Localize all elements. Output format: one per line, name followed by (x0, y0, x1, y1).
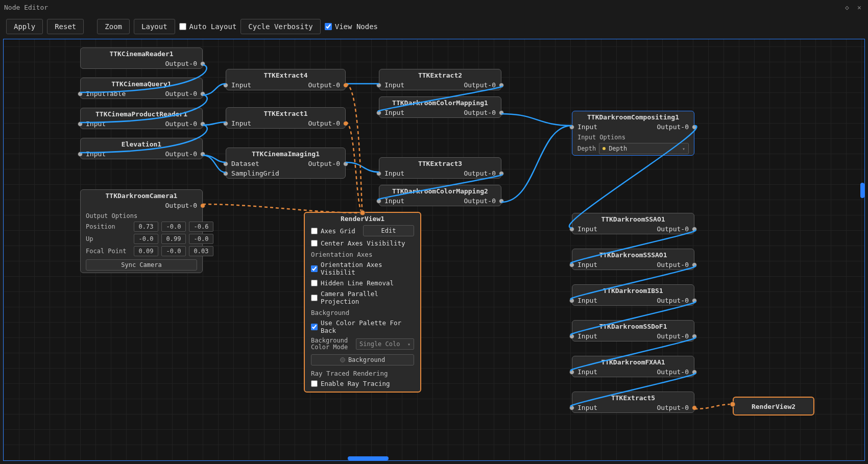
port-out[interactable] (692, 370, 697, 375)
center-axes-toggle[interactable]: Center Axes Visibility (305, 238, 420, 249)
node-extract2[interactable]: TTKExtract2 InputOutput-0 (379, 69, 501, 90)
port-in[interactable] (78, 121, 83, 127)
port-in-dataset[interactable] (223, 161, 228, 166)
camera-focal-y[interactable] (161, 246, 186, 256)
horizontal-scrollbar[interactable] (348, 456, 389, 460)
parallel-proj-toggle[interactable]: Camera Parallel Projection (305, 288, 420, 307)
vertical-scrollbar[interactable] (860, 183, 864, 198)
port-in[interactable] (223, 121, 228, 126)
sync-camera-button[interactable]: Sync Camera (86, 259, 197, 271)
port-in[interactable] (376, 199, 381, 204)
camera-focal-z[interactable] (189, 246, 213, 256)
node-colormap1[interactable]: TTKDarkroomColorMapping1 InputOutput-0 (379, 96, 501, 118)
port-out[interactable] (200, 121, 205, 127)
node-renderview1[interactable]: RenderView1 Axes Grid Edit Center Axes V… (304, 212, 421, 393)
port-in[interactable] (569, 227, 574, 232)
auto-layout-toggle[interactable]: Auto Layout (179, 22, 237, 31)
port-out[interactable] (343, 83, 348, 88)
node-extract4[interactable]: TTKExtract4 InputOutput-0 (226, 69, 346, 90)
detach-icon[interactable]: ◇ (842, 3, 852, 12)
node-sssao[interactable]: TTKDarkroomSSSAO1 InputOutput-0 (572, 249, 694, 270)
node-extract1[interactable]: TTKExtract1 InputOutput-0 (226, 107, 346, 129)
zoom-button[interactable]: Zoom (97, 19, 130, 34)
node-extract5[interactable]: TTKExtract5 InputOutput-0 (572, 392, 694, 413)
port-in-grid[interactable] (223, 171, 228, 176)
canvas[interactable]: TTKCinemaReader1 Output-0 TTKCinemaQuery… (3, 39, 865, 461)
port-in[interactable] (78, 91, 83, 96)
port-in[interactable] (569, 370, 574, 375)
port-out[interactable] (200, 152, 205, 157)
hidden-line-toggle[interactable]: Hidden Line Removal (305, 278, 420, 288)
port-out[interactable] (343, 121, 348, 126)
port-in[interactable] (569, 298, 574, 303)
node-colormap2[interactable]: TTKDarkroomColorMapping2 InputOutput-0 (379, 185, 501, 206)
node-title: TTKDarkroomSSAO1 (572, 213, 694, 224)
node-fxaa[interactable]: TTKDarkroomFXAA1 InputOutput-0 (572, 356, 694, 377)
node-ibs[interactable]: TTKDarkroomIBS1 InputOutput-0 (572, 284, 694, 306)
orientation-axes-toggle[interactable]: Orientation Axes Visibilit (305, 259, 420, 278)
camera-up-x[interactable] (134, 234, 158, 244)
depth-dot-icon (602, 147, 606, 150)
port-out[interactable] (200, 61, 205, 66)
port-out[interactable] (692, 262, 697, 267)
bg-color-mode-select[interactable]: Single Colo▾ (356, 338, 414, 350)
port-out[interactable] (499, 83, 504, 88)
view-nodes-checkbox[interactable] (325, 23, 332, 30)
background-button[interactable]: Background (311, 354, 414, 365)
apply-button[interactable]: Apply (6, 19, 43, 34)
port-out[interactable] (343, 161, 348, 166)
node-ssao[interactable]: TTKDarkroomSSAO1 InputOutput-0 (572, 213, 694, 234)
port-out[interactable] (692, 405, 697, 410)
port-in[interactable] (569, 125, 574, 130)
port-in[interactable] (223, 83, 228, 88)
port-in[interactable] (569, 262, 574, 267)
node-elevation[interactable]: Elevation1 InputOutput-0 (80, 138, 203, 159)
cycle-verbosity-button[interactable]: Cycle Verbosity (240, 19, 320, 34)
camera-focal-x[interactable] (134, 246, 158, 256)
port-in[interactable] (569, 405, 574, 410)
background-swatch (340, 357, 345, 362)
port-out[interactable] (499, 171, 504, 176)
axes-grid-toggle[interactable]: Axes Grid (311, 227, 359, 235)
camera-up-z[interactable] (189, 234, 213, 244)
port-out[interactable] (200, 91, 205, 96)
node-cinemareader[interactable]: TTKCinemaReader1 Output-0 (80, 47, 203, 69)
edit-button[interactable]: Edit (363, 225, 414, 236)
node-darkroom-camera[interactable]: TTKDarkroomCamera1 Output-0 Output Optio… (80, 189, 203, 273)
node-ssdof[interactable]: TTKDarkroomSSDoF1 InputOutput-0 (572, 320, 694, 341)
port-in[interactable] (376, 83, 381, 88)
camera-pos-x[interactable] (134, 222, 158, 232)
chevron-down-icon: ▾ (682, 146, 685, 152)
enable-ray-toggle[interactable]: Enable Ray Tracing (305, 378, 420, 392)
port-out[interactable] (499, 199, 504, 204)
port-out[interactable] (200, 203, 205, 208)
port-out[interactable] (692, 334, 697, 339)
reset-button[interactable]: Reset (47, 19, 84, 34)
port-out[interactable] (692, 125, 697, 130)
auto-layout-checkbox[interactable] (179, 23, 186, 30)
port-in[interactable] (569, 334, 574, 339)
port-out[interactable] (499, 110, 504, 115)
node-productreader[interactable]: TTKCinemaProductReader1 InputOutput-0 (80, 108, 203, 129)
node-cinemaimaging[interactable]: TTKCinemaImaging1 DatasetOutput-0 Sampli… (226, 148, 346, 179)
view-nodes-toggle[interactable]: View Nodes (325, 22, 378, 31)
camera-up-y[interactable] (161, 234, 186, 244)
node-cinemaquery[interactable]: TTKCinemaQuery1 InputTableOutput-0 (80, 78, 203, 99)
camera-pos-z[interactable] (189, 222, 213, 232)
node-renderview2[interactable]: RenderView2 (733, 397, 814, 416)
port-in[interactable] (78, 152, 83, 157)
port-out[interactable] (692, 227, 697, 232)
port-in[interactable] (376, 110, 381, 115)
layout-button[interactable]: Layout (134, 19, 175, 34)
node-title: TTKExtract1 (226, 108, 345, 118)
node-compositing[interactable]: TTKDarkroomCompositing1 InputOutput-0 In… (572, 111, 694, 156)
port-out[interactable] (692, 298, 697, 303)
close-icon[interactable]: ✕ (855, 3, 864, 12)
use-color-palette-toggle[interactable]: Use Color Palette For Back (305, 318, 420, 336)
node-extract3[interactable]: TTKExtract3 InputOutput-0 (379, 157, 501, 179)
node-title: Elevation1 (81, 138, 202, 149)
section-title: Orientation Axes (305, 249, 420, 259)
camera-pos-y[interactable] (161, 222, 186, 232)
port-in[interactable] (376, 171, 381, 176)
depth-select[interactable]: Depth ▾ (599, 143, 689, 154)
